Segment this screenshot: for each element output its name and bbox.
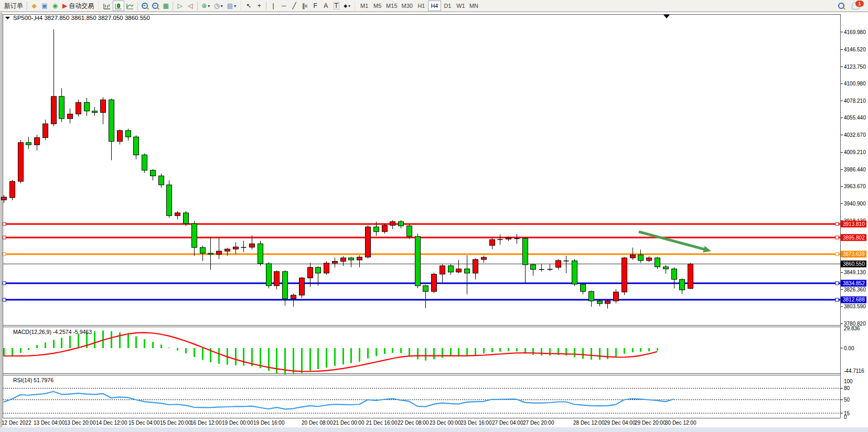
candle-body xyxy=(638,255,644,261)
candle-body xyxy=(324,263,329,273)
price-tick-label: 4146.520 xyxy=(844,47,866,52)
candle-body xyxy=(382,225,388,232)
line-chart-icon[interactable] xyxy=(124,1,136,11)
auto-trading-button[interactable]: ▶ 自动交易 xyxy=(60,1,96,11)
macd-histogram-bar xyxy=(599,348,601,360)
crosshair-icon[interactable]: + xyxy=(254,1,264,11)
candle-body xyxy=(564,261,569,262)
zoom-out-icon[interactable]: − xyxy=(150,1,160,11)
candle-body xyxy=(151,170,156,176)
time-axis-label: 28 Dec 12:00 xyxy=(573,420,605,426)
tile-windows-icon[interactable]: ▦ xyxy=(160,1,171,11)
candle-body xyxy=(316,267,321,273)
bar-chart-icon[interactable] xyxy=(101,1,113,11)
candle-body xyxy=(506,237,511,239)
candle-body xyxy=(572,261,577,284)
candle-body xyxy=(167,185,172,216)
chart-title: SP500-,H4 3827.850 3861.850 3827.050 386… xyxy=(13,15,150,21)
toolbar-separator xyxy=(27,2,27,10)
arrows-icon[interactable]: ◆▾ xyxy=(341,1,352,11)
macd-histogram-bar xyxy=(135,336,137,348)
candlestick-chart-icon[interactable] xyxy=(113,1,124,11)
channel-icon[interactable]: ∥E xyxy=(299,1,310,11)
time-axis-label: 12 Dec 2022 xyxy=(2,420,31,426)
zoom-in-icon[interactable]: + xyxy=(140,1,150,11)
macd-histogram-bar xyxy=(350,348,352,363)
candle-body xyxy=(241,247,247,248)
price-tick-label: 3803.590 xyxy=(844,304,866,309)
signal-icon[interactable]: ◉ xyxy=(50,1,60,11)
macd-histogram-bar xyxy=(177,348,178,351)
macd-histogram-bar xyxy=(376,348,377,356)
rsi-axis-label: 0 xyxy=(844,414,847,420)
candle-body xyxy=(217,251,222,254)
candle-body xyxy=(655,258,660,267)
macd-histogram-bar xyxy=(648,348,650,351)
macd-histogram-bar xyxy=(218,348,220,364)
new-order-button[interactable]: 新订单 xyxy=(2,1,25,11)
hline-handle-3834.852[interactable] xyxy=(835,282,839,285)
macd-histogram-bar xyxy=(450,348,452,357)
chart-shift-icon[interactable]: ◁ xyxy=(185,1,196,11)
macd-histogram-bar xyxy=(144,339,145,348)
price-chart-canvas[interactable]: 4169.9804146.5204123.7504100.9804078.210… xyxy=(0,13,868,432)
candle-body xyxy=(556,261,561,267)
toolbar-separator xyxy=(137,2,138,10)
time-axis-label: 29 Dec 04:00 xyxy=(604,420,636,426)
candle-body xyxy=(225,249,230,251)
terminal-icon[interactable]: ▣ xyxy=(39,1,50,11)
candle-body xyxy=(490,240,495,245)
timeframe-button-W1[interactable]: W1 xyxy=(454,1,467,11)
trendline-icon[interactable]: ╱ xyxy=(289,1,299,11)
timeframe-button-M15[interactable]: M15 xyxy=(384,1,399,11)
time-axis-label: 13 Dec 20:00 xyxy=(65,420,96,426)
chat-icon[interactable]: 1 xyxy=(850,1,863,11)
macd-histogram-bar xyxy=(3,348,5,356)
profile-icon[interactable]: ◆ xyxy=(29,1,39,11)
chart-window[interactable]: 4169.9804146.5204123.7504100.9804078.210… xyxy=(0,13,868,432)
vertical-line-icon[interactable]: | xyxy=(268,1,278,11)
candle-body xyxy=(465,269,470,273)
timeframe-button-M1[interactable]: M1 xyxy=(358,1,371,11)
text-icon[interactable]: A xyxy=(320,1,331,11)
price-tick-label: 4009.210 xyxy=(844,149,866,155)
timeframe-button-H1[interactable]: H1 xyxy=(415,1,428,11)
timeframe-button-M30[interactable]: M30 xyxy=(400,1,415,11)
time-axis-label: 16 Dec 12:00 xyxy=(190,420,222,426)
candle-body xyxy=(589,291,594,301)
indicators-icon[interactable]: ⊕▾ xyxy=(199,1,212,11)
hline-handle-3913.810[interactable] xyxy=(835,222,839,225)
cursor-icon[interactable]: ↖ xyxy=(243,1,254,11)
candle-body xyxy=(663,267,669,269)
timeframe-button-D1[interactable]: D1 xyxy=(441,1,454,11)
timeframe-button-H4[interactable]: H4 xyxy=(428,1,441,11)
macd-histogram-bar xyxy=(615,348,617,357)
macd-label: MACD(12,26,9) -4.2574 -5.9463 xyxy=(13,329,92,335)
candle-body xyxy=(440,266,445,274)
templates-icon[interactable]: ▤▾ xyxy=(225,1,238,11)
auto-scroll-icon[interactable]: ▷ xyxy=(175,1,185,11)
hline-handle-3812.688[interactable] xyxy=(835,298,839,301)
candle-body xyxy=(109,100,114,141)
macd-histogram-bar xyxy=(640,348,641,352)
macd-histogram-bar xyxy=(417,348,419,359)
macd-histogram-bar xyxy=(409,348,410,356)
candle-body xyxy=(548,269,553,270)
label-icon[interactable]: T xyxy=(331,1,341,11)
periods-icon[interactable]: ◷▾ xyxy=(212,1,225,11)
macd-histogram-bar xyxy=(317,348,319,369)
candle-body xyxy=(680,279,685,290)
rsi-label: RSI(14) 51.7976 xyxy=(13,377,53,383)
candle-body xyxy=(35,138,40,145)
horizontal-line-icon[interactable]: ─ xyxy=(278,1,289,11)
chart-background xyxy=(0,13,868,432)
hline-handle-3873.639[interactable] xyxy=(835,253,839,256)
hline-handle-3895.802[interactable] xyxy=(835,236,839,239)
timeframe-button-M5[interactable]: M5 xyxy=(371,1,384,11)
fibonacci-icon[interactable]: F xyxy=(310,1,320,11)
macd-histogram-bar xyxy=(127,334,129,348)
timeframe-button-MN[interactable]: MN xyxy=(467,1,480,11)
search-icon[interactable] xyxy=(836,1,846,11)
candle-body xyxy=(647,258,652,261)
macd-histogram-bar xyxy=(326,348,327,368)
